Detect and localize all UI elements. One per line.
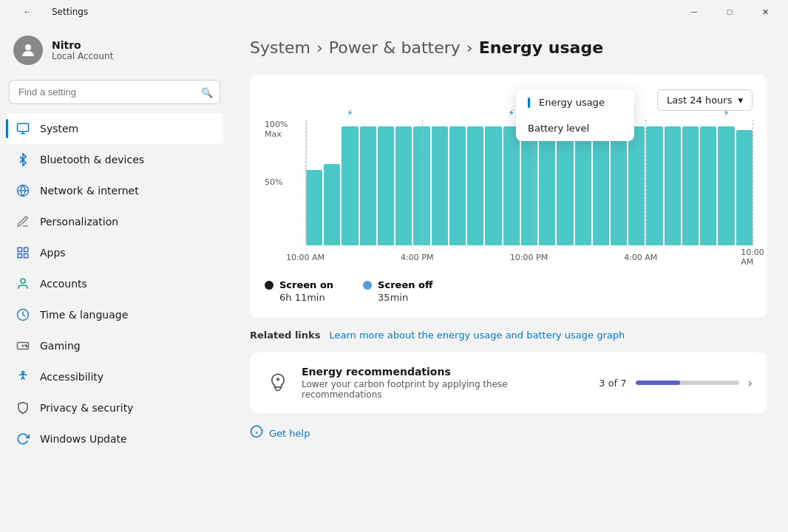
menu-item-battery-level[interactable]: Battery level xyxy=(516,115,634,141)
time-range-dropdown[interactable]: Last 24 hours ▾ xyxy=(657,89,753,111)
sidebar-item-personalization[interactable]: Personalization xyxy=(6,206,223,237)
nav-list: System Bluetooth & devices Network & int… xyxy=(6,113,223,454)
svg-point-17 xyxy=(22,372,24,374)
svg-rect-7 xyxy=(24,248,28,251)
minimize-icon: ─ xyxy=(691,7,697,16)
x-axis-label: 10:00 AM xyxy=(286,253,325,262)
bar xyxy=(521,126,537,246)
legend-value-1: 35min xyxy=(378,292,432,303)
bar xyxy=(360,126,376,246)
bar xyxy=(467,126,483,246)
bar xyxy=(593,126,609,246)
sidebar-item-gaming[interactable]: Gaming xyxy=(6,330,223,361)
legend-item-1: Screen off 35min xyxy=(363,279,432,303)
related-links-link[interactable]: Learn more about the energy usage and ba… xyxy=(329,330,625,341)
rec-right: 3 of 7 › xyxy=(599,376,753,390)
bar xyxy=(378,126,394,246)
breadcrumb-system[interactable]: System xyxy=(250,38,310,57)
search-box-container: 🔍 xyxy=(9,80,220,104)
network-icon xyxy=(15,183,31,199)
x-axis-labels: 10:00 AM4:00 PM10:00 PM4:00 AM10:00 AM xyxy=(305,247,753,267)
user-section: Nitro Local Account xyxy=(6,24,223,80)
apps-icon xyxy=(15,245,31,261)
time-icon xyxy=(15,307,31,323)
sidebar-item-label-accounts: Accounts xyxy=(40,278,87,290)
related-links-section: Related links Learn more about the energ… xyxy=(250,330,767,341)
legend-item-0: Screen on 6h 11min xyxy=(265,279,333,303)
bar-item xyxy=(432,120,448,245)
svg-rect-8 xyxy=(18,254,21,258)
bar-item: ⚡ xyxy=(342,120,358,245)
sidebar-item-system[interactable]: System xyxy=(6,113,223,144)
sidebar-item-accessibility[interactable]: Accessibility xyxy=(6,361,223,392)
svg-point-10 xyxy=(21,279,25,283)
recommendations-card[interactable]: Energy recommendations Lower your carbon… xyxy=(250,352,767,413)
legend-value-0: 6h 11min xyxy=(279,292,333,303)
bar xyxy=(682,126,699,246)
system-icon xyxy=(15,120,31,137)
y-axis-labels: 100%Max 50% xyxy=(265,120,305,245)
search-input[interactable] xyxy=(9,80,220,104)
app-body: Nitro Local Account 🔍 System Bluetooth &… xyxy=(0,24,788,532)
bar xyxy=(611,126,627,246)
sidebar-item-accounts[interactable]: Accounts xyxy=(6,268,223,299)
bar xyxy=(485,126,501,246)
svg-point-0 xyxy=(25,44,31,50)
accessibility-icon xyxy=(15,369,31,385)
accounts-icon xyxy=(15,276,31,292)
sidebar-item-label-apps: Apps xyxy=(40,247,66,259)
legend-label-0: Screen on xyxy=(279,279,333,290)
bar xyxy=(503,126,520,246)
titlebar-left: ← Settings xyxy=(10,0,88,24)
sidebar-item-time[interactable]: Time & language xyxy=(6,299,223,330)
sidebar-item-bluetooth[interactable]: Bluetooth & devices xyxy=(6,144,223,175)
bar xyxy=(700,126,716,246)
maximize-button[interactable]: □ xyxy=(713,0,747,24)
titlebar: ← Settings ─ □ ✕ xyxy=(0,0,788,24)
svg-rect-1 xyxy=(18,123,29,132)
sidebar-item-privacy[interactable]: Privacy & security xyxy=(6,392,223,423)
sidebar-item-apps[interactable]: Apps xyxy=(6,237,223,268)
breadcrumb-sep2: › xyxy=(466,38,473,57)
bar-item: ⚡ xyxy=(718,120,734,245)
bar-item xyxy=(306,120,322,245)
bar xyxy=(646,126,662,246)
breadcrumb: System › Power & battery › Energy usage xyxy=(250,38,767,57)
breadcrumb-current: Energy usage xyxy=(479,38,603,57)
bar-item xyxy=(413,120,429,245)
rec-desc: Lower your carbon footprint by applying … xyxy=(302,379,588,400)
sidebar-item-label-privacy: Privacy & security xyxy=(40,402,133,414)
bar xyxy=(628,126,645,246)
rec-content: Energy recommendations Lower your carbon… xyxy=(302,366,588,400)
bar xyxy=(665,126,681,246)
bar-chart: 100%Max 50% ⚡⚡⚡ 10:00 AM4:00 PM10:00 PM4… xyxy=(265,120,753,267)
bar-item xyxy=(467,120,483,245)
breadcrumb-sep1: › xyxy=(316,38,323,57)
bar-item xyxy=(682,120,699,245)
bar-item xyxy=(378,120,394,245)
breadcrumb-power[interactable]: Power & battery xyxy=(329,38,461,57)
x-axis-label: 4:00 AM xyxy=(624,253,657,262)
minimize-button[interactable]: ─ xyxy=(677,0,711,24)
sidebar-item-update[interactable]: Windows Update xyxy=(6,423,223,454)
back-button[interactable]: ← xyxy=(10,0,44,24)
get-help-link[interactable]: Get help xyxy=(250,425,767,441)
chart-card: Energy usageBattery level Last 24 hours … xyxy=(250,75,767,318)
bluetooth-icon xyxy=(15,151,31,168)
bar xyxy=(342,126,358,246)
menu-item-energy-usage[interactable]: Energy usage xyxy=(516,89,634,115)
close-icon: ✕ xyxy=(762,7,769,17)
close-button[interactable]: ✕ xyxy=(748,0,782,24)
legend-label-1: Screen off xyxy=(378,279,432,290)
related-links-label: Related links xyxy=(250,330,320,341)
sidebar-item-label-bluetooth: Bluetooth & devices xyxy=(40,154,144,166)
bar-item xyxy=(700,120,716,245)
rec-progress-text: 3 of 7 xyxy=(599,378,626,389)
sidebar-item-network[interactable]: Network & internet xyxy=(6,175,223,206)
bar xyxy=(324,164,340,246)
sidebar-item-label-accessibility: Accessibility xyxy=(40,371,103,383)
bar-item xyxy=(665,120,681,245)
bar-item xyxy=(449,120,466,245)
svg-rect-9 xyxy=(24,254,28,258)
charging-icon: ⚡ xyxy=(347,108,353,118)
